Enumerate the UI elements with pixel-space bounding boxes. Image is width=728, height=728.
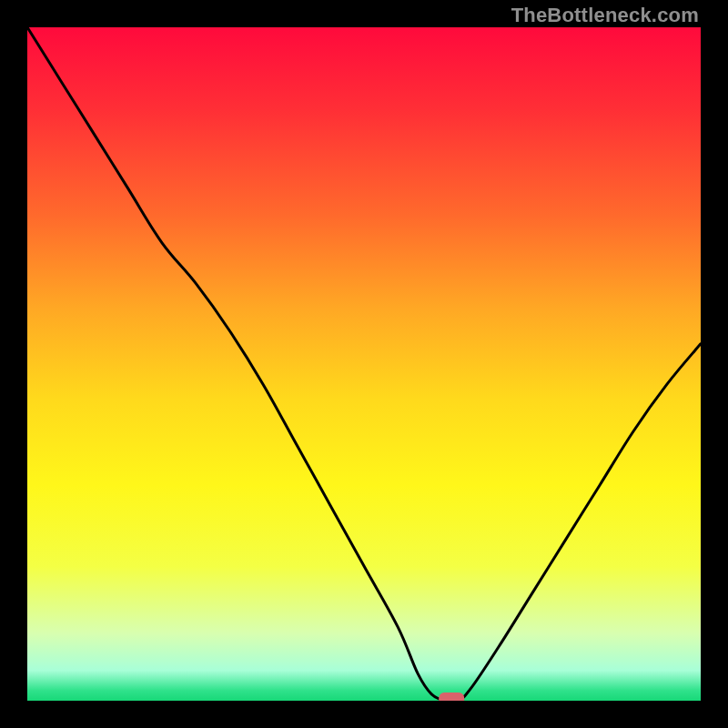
plot-area: [27, 27, 701, 701]
bottleneck-chart: [27, 27, 701, 701]
watermark-text: TheBottleneck.com: [511, 4, 699, 27]
chart-frame: TheBottleneck.com: [0, 0, 728, 728]
gradient-background: [27, 27, 701, 701]
optimal-marker: [439, 693, 464, 701]
